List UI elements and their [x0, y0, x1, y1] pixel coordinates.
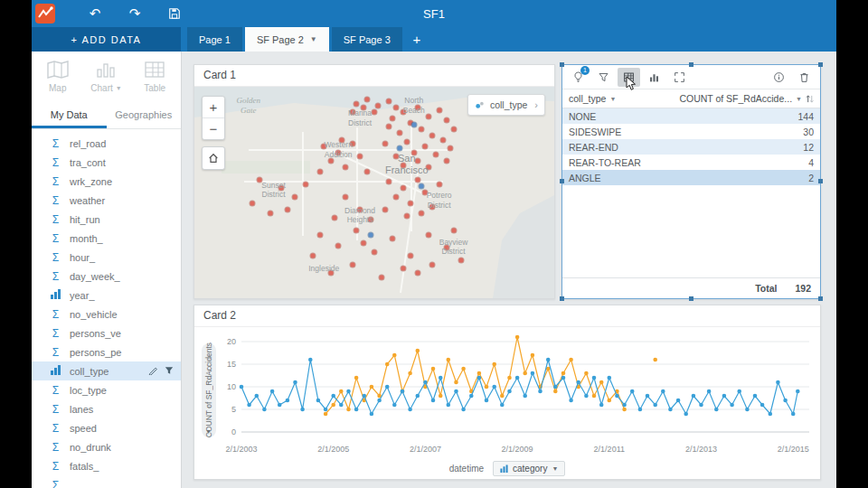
- selection-handle[interactable]: [689, 296, 693, 301]
- card-filter-icon[interactable]: [592, 68, 615, 87]
- cell-count: 144: [797, 111, 814, 122]
- chevron-down-icon: ▼: [116, 85, 122, 91]
- field-item[interactable]: year_: [32, 286, 181, 305]
- map-legend-chip[interactable]: coll_type ›: [467, 94, 545, 116]
- sort-icon[interactable]: [806, 94, 814, 104]
- insights-app-window: ↶ ↷ SF1 + ADD DATA Page 1SF Page 2▼SF Pa…: [32, 0, 836, 488]
- chart-plot-area[interactable]: 051015202/1/20032/1/20052/1/20072/1/2009…: [220, 327, 816, 459]
- table-view-icon[interactable]: [618, 68, 640, 87]
- column-header-count[interactable]: COUNT of SF_RdAccide...: [679, 93, 792, 104]
- accident-point: [401, 267, 405, 271]
- data-source-tabs: My Data Geographies: [32, 102, 181, 129]
- selection-handle[interactable]: [818, 62, 823, 67]
- selection-handle[interactable]: [560, 296, 564, 301]
- selection-handle[interactable]: [560, 179, 564, 183]
- accident-point: [340, 137, 344, 142]
- sigma-field-icon: Σ: [50, 442, 61, 453]
- table-card[interactable]: 1: [561, 64, 821, 299]
- delete-card-icon[interactable]: [793, 68, 816, 87]
- insights-logo-icon[interactable]: [35, 4, 55, 23]
- insights-lightbulb-icon[interactable]: 1: [567, 68, 590, 87]
- map-viz-button[interactable]: Map: [46, 61, 70, 93]
- field-item[interactable]: Σweather: [32, 191, 181, 210]
- page-tab[interactable]: SF Page 2▼: [245, 27, 329, 52]
- field-name: no_vehicle: [70, 309, 118, 320]
- info-icon[interactable]: [768, 68, 790, 87]
- add-data-button[interactable]: + ADD DATA: [32, 27, 181, 52]
- accident-point: [422, 191, 427, 195]
- map-icon: [46, 61, 70, 79]
- accident-point: [404, 213, 409, 218]
- bars-icon: [500, 465, 508, 473]
- field-item[interactable]: Σspeed: [32, 418, 181, 437]
- accident-point: [426, 232, 430, 237]
- table-viz-button[interactable]: Table: [143, 61, 166, 93]
- tab-geographies[interactable]: Geographies: [107, 102, 182, 128]
- add-page-button[interactable]: +: [405, 27, 429, 52]
- field-item[interactable]: Σtra_cont: [32, 153, 181, 172]
- field-item[interactable]: Σno_drunk: [32, 437, 181, 456]
- page-tabs: Page 1SF Page 2▼SF Page 3+: [187, 27, 429, 52]
- field-item[interactable]: Σpersons_ve: [32, 324, 181, 343]
- accident-point: [354, 229, 359, 233]
- page-tab[interactable]: Page 1: [187, 27, 242, 52]
- table-row[interactable]: REAR-END12: [562, 139, 820, 155]
- accident-point: [426, 114, 430, 118]
- expand-card-icon[interactable]: [668, 68, 691, 87]
- selection-handle[interactable]: [689, 62, 693, 67]
- rename-field-icon[interactable]: [148, 365, 158, 377]
- field-item[interactable]: Σno_vehicle: [32, 305, 181, 324]
- page-menu-caret-icon[interactable]: ▼: [310, 35, 317, 43]
- table-row[interactable]: SIDESWIPE30: [562, 124, 820, 139]
- field-item[interactable]: Σloc_type: [32, 380, 181, 399]
- selection-handle[interactable]: [818, 179, 823, 183]
- default-extent-button[interactable]: [202, 146, 225, 170]
- accident-point: [419, 183, 423, 188]
- filter-field-icon[interactable]: [165, 366, 174, 377]
- chart-view-icon[interactable]: [643, 68, 665, 87]
- field-item[interactable]: Σ: [32, 475, 181, 488]
- table-row[interactable]: NONE144: [562, 108, 820, 124]
- field-name: month_: [70, 233, 103, 244]
- field-item[interactable]: Σlanes: [32, 399, 181, 418]
- chart-footer: datetime category ▼: [194, 461, 820, 476]
- tab-my-data[interactable]: My Data: [32, 102, 107, 128]
- field-item[interactable]: Σhit_run: [32, 210, 181, 229]
- chart-viz-button[interactable]: Chart▼: [90, 61, 121, 93]
- top-bar: ↶ ↷ SF1: [32, 0, 836, 27]
- table-row[interactable]: REAR-TO-REAR4: [562, 155, 820, 170]
- selection-handle[interactable]: [818, 296, 823, 301]
- redo-icon[interactable]: ↷: [126, 5, 144, 23]
- field-item[interactable]: Σwrk_zone: [32, 172, 181, 191]
- y-axis-field-selector[interactable]: COUNT of SF_RdAccidents ▼: [202, 343, 216, 437]
- chevron-down-icon: ▼: [796, 96, 802, 102]
- field-item[interactable]: Σday_week_: [32, 267, 181, 286]
- topbar-actions: ↶ ↷: [86, 5, 184, 23]
- cell-count: 30: [803, 127, 814, 137]
- zoom-out-button[interactable]: −: [203, 118, 224, 139]
- svg-text:2/1/2015: 2/1/2015: [778, 445, 809, 454]
- accident-point: [278, 186, 283, 191]
- svg-text:2/1/2003: 2/1/2003: [225, 445, 257, 454]
- save-icon[interactable]: [165, 5, 184, 23]
- field-item[interactable]: Σfatals_: [32, 456, 181, 475]
- map-area[interactable]: + − coll_type › Golden GateMarina Distri…: [194, 87, 554, 298]
- accident-point: [411, 150, 416, 155]
- field-item[interactable]: coll_type: [32, 361, 181, 380]
- table-row[interactable]: ANGLE2: [562, 170, 820, 185]
- accident-point: [415, 106, 420, 110]
- field-item[interactable]: Σpersons_pe: [32, 343, 181, 361]
- chart-viz-label: Chart: [90, 83, 112, 93]
- field-item[interactable]: Σrel_road: [32, 134, 181, 153]
- field-item[interactable]: Σhour_: [32, 248, 181, 267]
- selection-handle[interactable]: [560, 62, 564, 67]
- accident-point: [397, 131, 401, 136]
- map-card-title: Card 1: [194, 65, 554, 87]
- category-selector-chip[interactable]: category ▼: [493, 461, 565, 476]
- field-item[interactable]: Σmonth_: [32, 229, 181, 248]
- table-icon: [143, 61, 166, 79]
- zoom-in-button[interactable]: +: [203, 97, 224, 118]
- page-tab[interactable]: SF Page 3: [332, 27, 402, 52]
- undo-icon[interactable]: ↶: [86, 5, 104, 23]
- column-header-category[interactable]: coll_type: [569, 93, 606, 104]
